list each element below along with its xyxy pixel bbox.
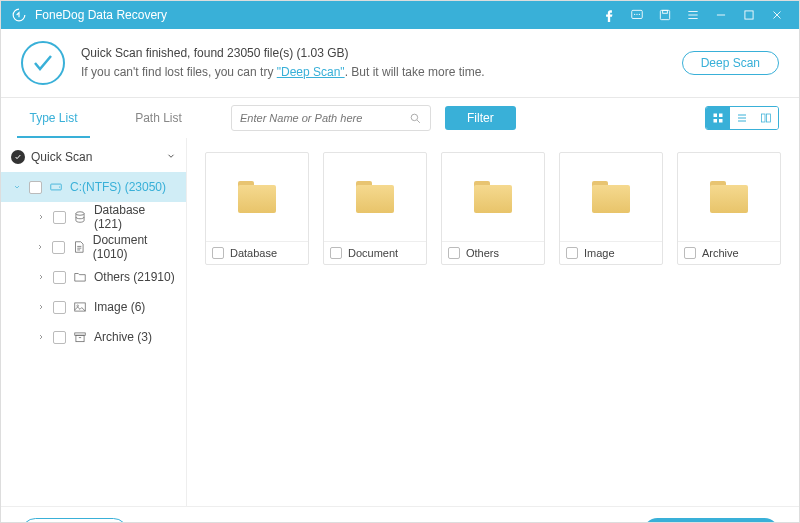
view-grid-button[interactable] xyxy=(706,107,730,129)
tree-item-label: Others (21910) xyxy=(94,270,175,284)
svg-rect-10 xyxy=(714,119,718,123)
document-icon xyxy=(71,240,87,254)
checkbox[interactable] xyxy=(566,247,578,259)
svg-rect-12 xyxy=(762,114,766,122)
titlebar: FoneDog Data Recovery xyxy=(1,1,799,29)
svg-point-2 xyxy=(636,14,637,15)
minimize-icon[interactable] xyxy=(709,3,733,27)
folder-thumb-icon xyxy=(238,181,276,213)
svg-point-1 xyxy=(634,14,635,15)
view-detail-button[interactable] xyxy=(754,107,778,129)
folder-label: Others xyxy=(466,247,499,259)
svg-rect-20 xyxy=(76,335,84,341)
checkbox[interactable] xyxy=(53,331,66,344)
folder-card-database[interactable]: Database xyxy=(205,152,309,265)
tree-item-archive[interactable]: Archive (3) xyxy=(1,322,186,352)
chevron-right-icon xyxy=(35,243,46,251)
chevron-down-icon[interactable] xyxy=(166,150,176,164)
svg-point-15 xyxy=(59,186,60,187)
svg-rect-11 xyxy=(719,119,723,123)
sidebar: Quick Scan C:(NTFS) (23050) Database (12… xyxy=(1,138,187,506)
folder-thumb-icon xyxy=(592,181,630,213)
footer: Back Recover xyxy=(1,506,799,523)
facebook-icon[interactable] xyxy=(597,3,621,27)
checkbox[interactable] xyxy=(448,247,460,259)
folder-card-archive[interactable]: Archive xyxy=(677,152,781,265)
folder-card-document[interactable]: Document xyxy=(323,152,427,265)
svg-rect-13 xyxy=(767,114,771,122)
chevron-right-icon xyxy=(35,273,47,281)
close-icon[interactable] xyxy=(765,3,789,27)
save-icon[interactable] xyxy=(653,3,677,27)
tree-item-document[interactable]: Document (1010) xyxy=(1,232,186,262)
svg-rect-8 xyxy=(714,114,718,118)
checkbox[interactable] xyxy=(29,181,42,194)
svg-point-16 xyxy=(76,212,84,216)
recover-button[interactable]: Recover xyxy=(643,518,779,523)
tree-drive-label: C:(NTFS) (23050) xyxy=(70,180,166,194)
image-icon xyxy=(72,300,88,314)
checkbox[interactable] xyxy=(330,247,342,259)
tree-drive[interactable]: C:(NTFS) (23050) xyxy=(1,172,186,202)
search-box[interactable] xyxy=(231,105,431,131)
checkbox[interactable] xyxy=(53,271,66,284)
folder-label: Image xyxy=(584,247,615,259)
search-icon xyxy=(409,112,422,125)
folder-icon xyxy=(72,270,88,284)
app-title: FoneDog Data Recovery xyxy=(35,8,167,22)
deep-scan-link[interactable]: "Deep Scan" xyxy=(277,65,345,79)
view-list-button[interactable] xyxy=(730,107,754,129)
tree-root-label: Quick Scan xyxy=(31,150,92,164)
status-panel: Quick Scan finished, found 23050 file(s)… xyxy=(1,29,799,98)
tab-type-list[interactable]: Type List xyxy=(1,98,106,138)
tree-item-image[interactable]: Image (6) xyxy=(1,292,186,322)
chevron-right-icon xyxy=(35,333,47,341)
check-dot-icon xyxy=(11,150,25,164)
tree-root-quick-scan[interactable]: Quick Scan xyxy=(1,142,186,172)
app-logo xyxy=(11,7,27,23)
svg-point-3 xyxy=(639,14,640,15)
archive-icon xyxy=(72,330,88,344)
checkbox[interactable] xyxy=(53,301,66,314)
filter-button[interactable]: Filter xyxy=(445,106,516,130)
folder-thumb-icon xyxy=(474,181,512,213)
svg-point-18 xyxy=(77,305,79,307)
feedback-icon[interactable] xyxy=(625,3,649,27)
folder-thumb-icon xyxy=(710,181,748,213)
tree-item-label: Archive (3) xyxy=(94,330,152,344)
folder-label: Database xyxy=(230,247,277,259)
search-input[interactable] xyxy=(240,112,409,124)
checkmark-icon xyxy=(21,41,65,85)
deep-scan-button[interactable]: Deep Scan xyxy=(682,51,779,75)
tree-item-label: Image (6) xyxy=(94,300,145,314)
tree-item-database[interactable]: Database (121) xyxy=(1,202,186,232)
scan-summary: Quick Scan finished, found 23050 file(s)… xyxy=(81,44,682,63)
folder-label: Document xyxy=(348,247,398,259)
chevron-down-icon xyxy=(11,183,23,191)
tree-item-label: Database (121) xyxy=(94,203,176,231)
svg-rect-4 xyxy=(660,10,669,19)
checkbox[interactable] xyxy=(52,241,65,254)
checkbox[interactable] xyxy=(212,247,224,259)
scan-hint-prefix: If you can't find lost files, you can tr… xyxy=(81,65,277,79)
chevron-right-icon xyxy=(35,213,47,221)
view-toggle xyxy=(705,106,779,130)
folder-label: Archive xyxy=(702,247,739,259)
tree-item-others[interactable]: Others (21910) xyxy=(1,262,186,292)
menu-icon[interactable] xyxy=(681,3,705,27)
folder-card-others[interactable]: Others xyxy=(441,152,545,265)
tab-path-list[interactable]: Path List xyxy=(106,98,211,138)
folder-card-image[interactable]: Image xyxy=(559,152,663,265)
drive-icon xyxy=(48,180,64,194)
maximize-icon[interactable] xyxy=(737,3,761,27)
toolbar: Type List Path List Filter xyxy=(1,98,799,138)
svg-rect-6 xyxy=(745,11,753,19)
checkbox[interactable] xyxy=(684,247,696,259)
checkbox[interactable] xyxy=(53,211,66,224)
chevron-right-icon xyxy=(35,303,47,311)
database-icon xyxy=(72,210,88,224)
scan-hint-suffix: . But it will take more time. xyxy=(345,65,485,79)
folder-thumb-icon xyxy=(356,181,394,213)
back-button[interactable]: Back xyxy=(21,518,128,523)
svg-rect-9 xyxy=(719,114,723,118)
